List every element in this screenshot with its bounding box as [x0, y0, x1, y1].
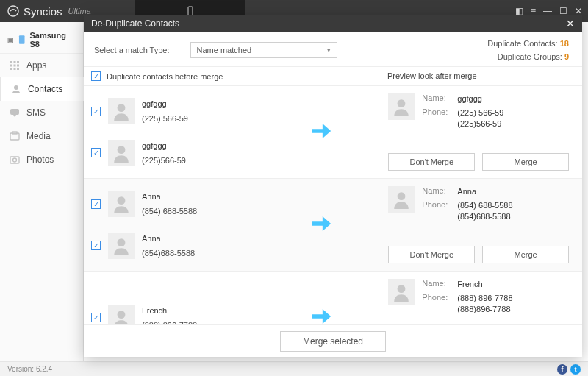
- avatar: [388, 279, 415, 305]
- svg-point-0: [8, 6, 18, 16]
- col-before-label: Duplicate contacts before merge: [107, 72, 223, 81]
- facebook-icon[interactable]: f: [557, 364, 567, 375]
- duplicate-group: ✓ggfggg(225) 566-59✓ggfggg(225)566-59Nam…: [84, 86, 582, 179]
- sidebar-item-photos[interactable]: Photos: [0, 148, 83, 171]
- dup-contacts-label: Duplicate Contacts:: [487, 39, 557, 48]
- dialog-column-headers: ✓ Duplicate contacts before merge Previe…: [84, 66, 582, 86]
- chevron-down-icon: ▾: [327, 46, 331, 54]
- svg-rect-8: [17, 65, 19, 67]
- svg-point-20: [398, 99, 406, 107]
- svg-point-23: [398, 192, 406, 200]
- sidebar-item-label: Apps: [26, 60, 46, 71]
- merged-name: ggfggg: [457, 93, 482, 104]
- app-logo: Syncios Ultima: [7, 5, 91, 18]
- sidebar-item-sms[interactable]: SMS: [0, 101, 83, 124]
- dialog-title: De-Duplicate Contacts: [91, 18, 179, 29]
- svg-rect-9: [10, 68, 12, 70]
- sidebar-item-contacts[interactable]: Contacts: [0, 77, 84, 101]
- svg-rect-11: [17, 68, 19, 70]
- svg-point-24: [118, 311, 126, 319]
- candidate-name: Anna: [142, 191, 197, 202]
- apps-icon: [9, 60, 21, 71]
- svg-point-21: [118, 197, 126, 205]
- svg-point-12: [14, 85, 18, 90]
- candidate-checkbox[interactable]: ✓: [91, 313, 101, 322]
- sidebar: ▣ Samsung S8 Apps Contacts SMS Media: [0, 22, 84, 361]
- candidate-info: French(888) 896-7788: [142, 305, 197, 325]
- device-row[interactable]: ▣ Samsung S8: [0, 26, 83, 54]
- match-type-value: Name matched: [197, 46, 252, 54]
- svg-rect-4: [14, 61, 16, 63]
- media-icon: [9, 130, 21, 142]
- select-all-checkbox[interactable]: ✓: [91, 71, 101, 81]
- candidate-checkbox[interactable]: ✓: [91, 199, 101, 209]
- close-icon[interactable]: ✕: [566, 18, 575, 29]
- candidate-name: French: [142, 305, 197, 316]
- svg-point-25: [398, 285, 406, 293]
- svg-point-18: [118, 104, 126, 113]
- merge-button[interactable]: Merge: [482, 246, 569, 263]
- avatar: [108, 305, 135, 325]
- merged-phone-label: Phone:: [422, 293, 457, 315]
- dialog-header: De-Duplicate Contacts ✕: [84, 15, 582, 32]
- merged-phone-label: Phone:: [422, 107, 457, 130]
- svg-rect-2: [19, 35, 25, 43]
- svg-point-19: [118, 146, 126, 154]
- twitter-icon[interactable]: t: [570, 364, 581, 375]
- app-name: Syncios: [24, 5, 62, 18]
- merged-preview: Name:ggfgggPhone:(225) 566-59(225)566-59: [388, 93, 569, 132]
- dont-merge-button[interactable]: Don't Merge: [388, 153, 475, 171]
- candidate-info: Anna(854)688-5588: [142, 233, 195, 259]
- sms-icon: [9, 107, 21, 118]
- candidate-checkbox[interactable]: ✓: [91, 241, 101, 250]
- dont-merge-button[interactable]: Don't Merge: [388, 246, 475, 263]
- candidate-checkbox[interactable]: ✓: [91, 107, 101, 116]
- arrow-icon: [308, 211, 333, 239]
- social-links: f t: [557, 364, 581, 375]
- avatar: [108, 233, 135, 259]
- candidate-checkbox[interactable]: ✓: [91, 148, 101, 157]
- dup-contacts-value: 18: [560, 39, 569, 48]
- merge-selected-button[interactable]: Merge selected: [280, 331, 386, 352]
- syncios-icon: [7, 5, 19, 17]
- candidate-phone: (225)566-59: [142, 155, 186, 166]
- phone-icon: [18, 35, 25, 45]
- avatar: [388, 186, 415, 213]
- merged-name-label: Name:: [422, 279, 457, 290]
- merged-name: Anna: [457, 186, 476, 197]
- svg-rect-6: [10, 65, 12, 67]
- version-text: Version: 6.2.4: [7, 365, 52, 373]
- svg-rect-5: [17, 61, 19, 63]
- sidebar-item-label: Photos: [26, 155, 54, 165]
- merged-phone-label: Phone:: [422, 200, 457, 222]
- merged-phones: (225) 566-59(225)566-59: [457, 107, 503, 130]
- merged-name: French: [457, 279, 482, 290]
- avatar: [108, 98, 135, 124]
- merged-preview: Name:AnnaPhone:(854) 688-5588(854)688-55…: [388, 186, 569, 225]
- avatar: [108, 140, 135, 166]
- candidate-phone: (225) 566-59: [142, 113, 188, 124]
- candidate-name: ggfggg: [142, 140, 186, 152]
- svg-rect-3: [10, 61, 12, 63]
- duplicate-group: ✓French(888) 896-7788Name:FrenchPhone:(8…: [84, 272, 582, 324]
- sidebar-item-label: SMS: [26, 107, 46, 118]
- merged-name-label: Name:: [422, 93, 457, 104]
- contacts-icon: [10, 83, 22, 95]
- match-type-label: Select a match Type:: [94, 46, 170, 54]
- candidate-name: ggfggg: [142, 98, 188, 110]
- candidate-info: ggfggg(225) 566-59: [142, 98, 188, 124]
- sidebar-item-media[interactable]: Media: [0, 124, 83, 148]
- merged-phones: (888) 896-7788(888)896-7788: [457, 293, 512, 315]
- svg-rect-10: [14, 68, 16, 70]
- merge-button[interactable]: Merge: [482, 153, 569, 171]
- footer: Version: 6.2.4 f t: [0, 361, 588, 376]
- svg-point-17: [13, 158, 17, 162]
- candidate-phone: (888) 896-7788: [142, 319, 197, 325]
- duplicate-groups-list[interactable]: ✓ggfggg(225) 566-59✓ggfggg(225)566-59Nam…: [84, 86, 582, 324]
- svg-rect-7: [14, 65, 16, 67]
- candidate-info: Anna(854) 688-5588: [142, 191, 197, 217]
- sidebar-item-label: Contacts: [28, 84, 62, 94]
- dup-groups-label: Duplicate Groups:: [498, 52, 562, 61]
- match-type-select[interactable]: Name matched ▾: [190, 42, 337, 58]
- sidebar-item-apps[interactable]: Apps: [0, 54, 83, 77]
